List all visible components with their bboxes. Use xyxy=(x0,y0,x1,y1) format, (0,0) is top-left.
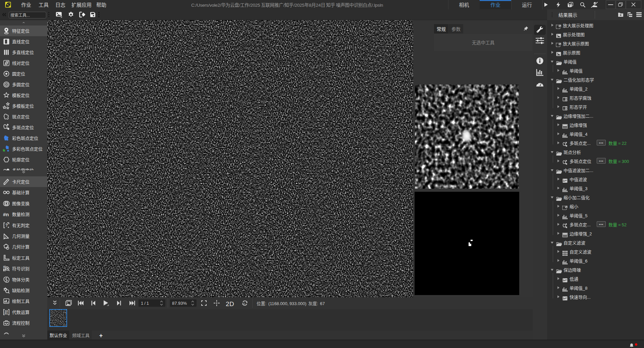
svg-text:01: 01 xyxy=(5,312,8,315)
svg-text:?: ? xyxy=(5,223,8,228)
svg-text:1: 1 xyxy=(244,302,246,305)
svg-text:#n: #n xyxy=(3,212,9,217)
